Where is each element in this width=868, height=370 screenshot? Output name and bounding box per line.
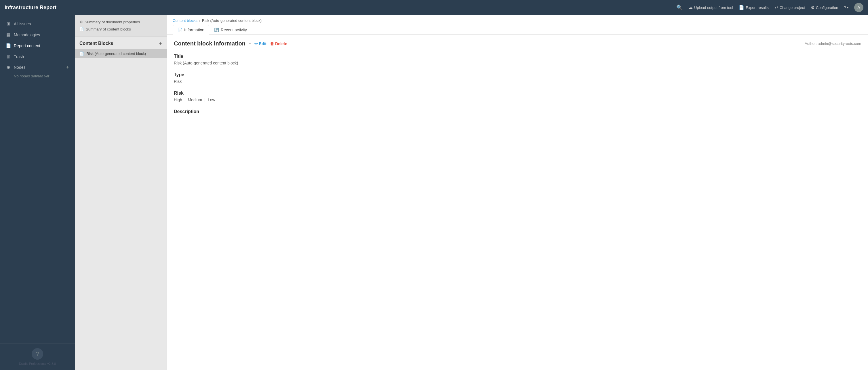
content-panel-header: Content Blocks + [75,36,167,49]
detail-header: Content block information - ✏ Edit 🗑 Del… [174,40,861,47]
trash-icon: 🗑 [6,54,11,59]
help-button[interactable]: ? ▾ [844,5,848,10]
all-issues-icon: ⊞ [6,21,11,27]
main-layout: ⊞ All issues ▦ Methodologies 📄 Report co… [0,15,868,370]
risk-low: Low [208,97,215,102]
risk-sep-1: | [184,97,186,102]
field-title: Title Risk (Auto-generated content block… [174,54,861,65]
content-panel-links: ⚙ Summary of document properties 📄 Summa… [75,15,167,36]
field-risk: Risk High | Medium | Low [174,91,861,102]
nodes-section-left: ⊕ Nodes [6,65,25,70]
risk-medium: Medium [188,97,202,102]
help-chevron-icon: ▾ [847,6,848,9]
nodes-icon: ⊕ [6,65,11,70]
tab-information[interactable]: 📄 Information [173,25,209,34]
field-description: Description [174,109,861,114]
delete-icon: 🗑 [270,41,274,46]
detail-content: Content block information - ✏ Edit 🗑 Del… [167,34,868,370]
summary-doc-properties-link[interactable]: ⚙ Summary of document properties [80,19,162,26]
gear-icon: ⚙ [811,5,814,10]
breadcrumb-separator: / [199,19,200,23]
nodes-empty-message: No nodes defined yet [0,73,75,80]
navbar-actions: 🔍 ☁ Upload output from tool 📄 Export res… [676,3,863,12]
navbar: Infrastructure Report 🔍 ☁ Upload output … [0,0,868,15]
information-tab-icon: 📄 [178,28,183,32]
settings-icon: ⚙ [80,20,83,24]
field-type: Type Risk [174,72,861,84]
help-circle-button[interactable]: ? [32,348,43,360]
edit-icon: ✏ [254,41,258,46]
recent-activity-tab-icon: 🔄 [214,28,219,32]
summary-content-blocks-link[interactable]: 📄 Summary of content blocks [80,26,162,33]
risk-sep-2: | [204,97,206,102]
breadcrumb-current: Risk (Auto-generated content block) [202,19,261,23]
change-project-icon: ⇄ [774,5,778,10]
content-block-item-risk[interactable]: 📄 Risk (Auto-generated content block) [75,49,167,58]
risk-values: High | Medium | Low [174,97,861,102]
tab-recent-activity[interactable]: 🔄 Recent activity [209,25,252,34]
sidebar-nodes-section[interactable]: ⊕ Nodes + [0,62,75,73]
sidebar-item-all-issues[interactable]: ⊞ All issues [0,19,75,29]
breadcrumb: Content blocks / Risk (Auto-generated co… [167,15,868,23]
tabs: 📄 Information 🔄 Recent activity [167,23,868,34]
sidebar-footer: ? Dradis Professional v2.8.0 [0,343,75,370]
sidebar-item-trash[interactable]: 🗑 Trash [0,51,75,62]
doc-icon: 📄 [80,27,84,31]
content-panel: ⚙ Summary of document properties 📄 Summa… [75,15,167,370]
sidebar: ⊞ All issues ▦ Methodologies 📄 Report co… [0,15,75,370]
author-info: Author: admin@securityroots.com [805,41,861,46]
content-block-doc-icon: 📄 [80,52,84,56]
avatar[interactable]: A [854,3,863,12]
change-project-button[interactable]: ⇄ Change project [774,5,805,10]
sidebar-nav: ⊞ All issues ▦ Methodologies 📄 Report co… [0,15,75,343]
report-content-icon: 📄 [6,43,11,48]
add-node-button[interactable]: + [66,65,69,70]
risk-high: High [174,97,182,102]
export-icon: 📄 [739,5,744,10]
detail-area: Content blocks / Risk (Auto-generated co… [167,15,868,370]
content-blocks-title: Content Blocks [80,41,113,46]
search-icon[interactable]: 🔍 [676,4,683,11]
add-content-block-button[interactable]: + [159,40,162,46]
sidebar-item-methodologies[interactable]: ▦ Methodologies [0,29,75,40]
upload-icon: ☁ [688,5,693,10]
detail-title: Content block information - ✏ Edit 🗑 Del… [174,40,287,47]
edit-button[interactable]: ✏ Edit [254,41,267,46]
upload-tool-button[interactable]: ☁ Upload output from tool [688,5,733,10]
methodologies-icon: ▦ [6,32,11,37]
breadcrumb-content-blocks-link[interactable]: Content blocks [173,19,197,23]
configuration-button[interactable]: ⚙ Configuration [811,5,838,10]
app-title: Infrastructure Report [5,5,56,11]
delete-button[interactable]: 🗑 Delete [270,41,287,46]
sidebar-item-report-content[interactable]: 📄 Report content [0,40,75,51]
export-results-button[interactable]: 📄 Export results [739,5,768,10]
